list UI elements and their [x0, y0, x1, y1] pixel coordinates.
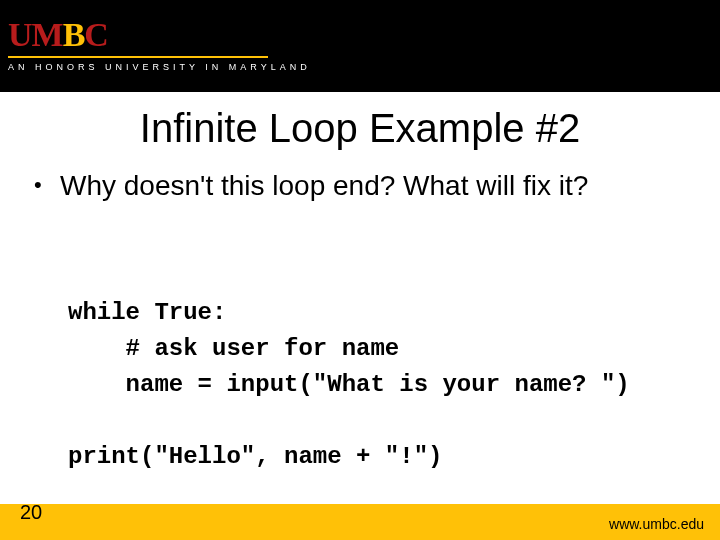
logo-tagline: AN HONORS UNIVERSITY IN MARYLAND: [8, 62, 311, 72]
slide-title: Infinite Loop Example #2: [0, 106, 720, 151]
umbc-logo: UMBC AN HONORS UNIVERSITY IN MARYLAND: [8, 18, 311, 72]
code-block: while True: # ask user for name name = i…: [68, 259, 686, 511]
code-line-1: while True:: [68, 299, 226, 326]
header-band: UMBC AN HONORS UNIVERSITY IN MARYLAND: [0, 0, 720, 92]
footer-url: www.umbc.edu: [609, 516, 704, 532]
logo-letter-u: U: [8, 16, 32, 53]
code-line-4: print("Hello", name + "!"): [68, 443, 442, 470]
bullet-item: • Why doesn't this loop end? What will f…: [34, 168, 686, 203]
bullet-marker-icon: •: [34, 168, 60, 202]
slide-body: • Why doesn't this loop end? What will f…: [34, 168, 686, 511]
logo-letter-m: M: [32, 16, 63, 53]
logo-underline: [8, 56, 268, 58]
code-line-2: # ask user for name: [68, 335, 399, 362]
logo-letter-c: C: [84, 16, 108, 53]
page-number: 20: [20, 501, 42, 524]
logo-letters: UMBC: [8, 18, 311, 52]
logo-letter-b: B: [63, 16, 85, 53]
code-line-3: name = input("What is your name? "): [68, 371, 630, 398]
bullet-text: Why doesn't this loop end? What will fix…: [60, 168, 588, 203]
slide: UMBC AN HONORS UNIVERSITY IN MARYLAND In…: [0, 0, 720, 540]
